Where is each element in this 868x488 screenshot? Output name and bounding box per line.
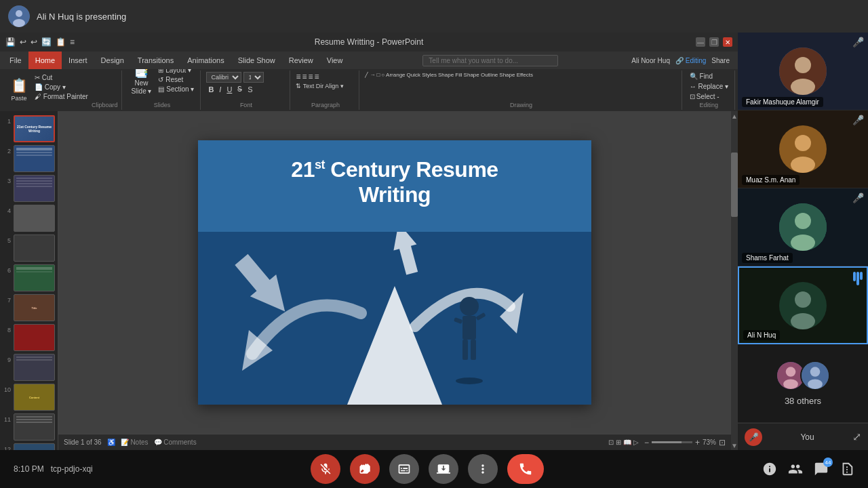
info-button[interactable] bbox=[762, 462, 777, 476]
shape-line[interactable]: ╱ bbox=[365, 72, 368, 78]
shape-rect[interactable]: □ bbox=[376, 72, 380, 78]
slide-4-thumbnail[interactable] bbox=[14, 205, 55, 232]
reset-button[interactable]: ↺ Reset bbox=[156, 75, 196, 84]
slide-2-thumbnail[interactable] bbox=[14, 145, 55, 172]
slide-5-thumbnail[interactable] bbox=[14, 235, 55, 262]
cut-button[interactable]: ✂ Cut bbox=[33, 73, 90, 82]
scroll-up[interactable]: ▲ bbox=[731, 111, 738, 121]
tab-home[interactable]: Home bbox=[28, 52, 62, 69]
mic-button[interactable] bbox=[311, 454, 340, 484]
zoom-out-button[interactable]: − bbox=[644, 438, 649, 447]
slideshow-button[interactable]: ▷ bbox=[633, 439, 639, 446]
search-input[interactable] bbox=[422, 55, 558, 66]
captions-button[interactable] bbox=[389, 454, 419, 484]
tab-design[interactable]: Design bbox=[94, 52, 131, 69]
present-button[interactable] bbox=[429, 454, 458, 484]
slide-11-thumbnail[interactable] bbox=[14, 413, 55, 441]
format-painter-button[interactable]: 🖌 Format Painter bbox=[33, 92, 90, 101]
quick-styles-button[interactable]: Quick Styles bbox=[407, 72, 437, 78]
new-slide-button[interactable]: 📑 NewSlide ▾ bbox=[127, 69, 155, 97]
slide-thumb-8: 8 bbox=[3, 324, 55, 351]
tab-slideshow[interactable]: Slide Show bbox=[231, 52, 282, 69]
notes-button[interactable]: 📝 Notes bbox=[121, 439, 149, 446]
svg-point-1 bbox=[16, 10, 22, 17]
svg-point-26 bbox=[791, 313, 815, 329]
tab-view[interactable]: View bbox=[320, 52, 350, 69]
vertical-scrollbar[interactable]: ▲ ▼ bbox=[731, 111, 738, 450]
italic-button[interactable]: I bbox=[217, 85, 223, 94]
find-button[interactable]: 🔍 Find bbox=[688, 72, 730, 81]
font-family-select[interactable]: Calibri bbox=[206, 72, 241, 83]
tab-transitions[interactable]: Transitions bbox=[131, 52, 180, 69]
slide-6-thumbnail[interactable] bbox=[14, 264, 55, 291]
svg-point-20 bbox=[791, 157, 815, 173]
select-button[interactable]: ⊡ Select - bbox=[688, 92, 730, 101]
tab-animations[interactable]: Animations bbox=[180, 52, 231, 69]
layout-button[interactable]: ⊞ Layout ▾ bbox=[156, 69, 196, 75]
normal-view-button[interactable]: ⊡ bbox=[608, 439, 614, 446]
more-options-button[interactable] bbox=[468, 454, 498, 484]
slide-info: Slide 1 of 36 bbox=[64, 439, 102, 446]
accessibility-icon[interactable]: ♿ bbox=[107, 439, 115, 446]
fit-page-button[interactable]: ⊡ bbox=[719, 438, 726, 447]
slide-7-thumbnail[interactable]: Title bbox=[14, 294, 55, 321]
align-center-button[interactable]: ≡ bbox=[302, 72, 307, 81]
others-tile[interactable]: 38 others bbox=[738, 344, 868, 423]
minimize-button[interactable]: — bbox=[696, 37, 705, 47]
reading-view-button[interactable]: 📖 bbox=[623, 439, 631, 446]
slide-1-thumbnail[interactable]: 21st Century Resume Writing bbox=[14, 115, 55, 142]
font-size-select[interactable]: 18 bbox=[243, 72, 264, 83]
shape-outline-button[interactable]: Shape Outline bbox=[464, 72, 498, 78]
zoom-slider[interactable] bbox=[652, 441, 692, 443]
end-call-button[interactable] bbox=[507, 454, 544, 484]
svg-point-31 bbox=[810, 367, 821, 377]
tab-review[interactable]: Review bbox=[282, 52, 320, 69]
align-left-button[interactable]: ≡ bbox=[296, 72, 300, 81]
activities-button[interactable] bbox=[840, 462, 854, 476]
copy-button[interactable]: 📄 Copy ▾ bbox=[33, 83, 90, 92]
paste-button[interactable]: 📋 Paste bbox=[7, 72, 31, 107]
bold-button[interactable]: B bbox=[206, 85, 216, 94]
text-direction-button[interactable]: ⇅ Text Dir bbox=[296, 83, 323, 89]
slide-3-thumbnail[interactable] bbox=[14, 175, 55, 202]
shape-circle[interactable]: ○ bbox=[381, 72, 384, 78]
section-button[interactable]: ▤ Section ▾ bbox=[156, 85, 196, 94]
slide-thumb-6: 6 bbox=[3, 264, 55, 291]
restore-button[interactable]: ❐ bbox=[709, 37, 719, 47]
camera-button[interactable] bbox=[350, 454, 380, 484]
underline-button[interactable]: U bbox=[224, 85, 234, 94]
tab-insert[interactable]: Insert bbox=[62, 52, 94, 69]
scroll-down[interactable]: ▼ bbox=[731, 441, 738, 450]
chat-badge: 44 bbox=[823, 458, 833, 467]
comments-button[interactable]: 💬 Comments bbox=[154, 439, 197, 446]
share-label[interactable]: Share bbox=[711, 57, 730, 64]
shadow-button[interactable]: S bbox=[245, 85, 254, 94]
slide-sorter-button[interactable]: ⊞ bbox=[616, 439, 621, 446]
slide-thumb-9: 9 bbox=[3, 354, 55, 381]
slide-12-thumbnail[interactable]: Slide bbox=[14, 443, 55, 450]
you-expand-button[interactable]: ⤢ bbox=[852, 430, 861, 443]
replace-button[interactable]: ↔ Replace ▾ bbox=[688, 82, 730, 91]
shape-fill-button[interactable]: Shape Fill bbox=[438, 72, 462, 78]
justify-button[interactable]: ≡ bbox=[314, 72, 319, 81]
scroll-thumb[interactable] bbox=[731, 152, 738, 216]
align-text-button[interactable]: Align ▾ bbox=[325, 83, 344, 89]
share-button[interactable]: 🔗 Editing bbox=[675, 57, 706, 64]
ppt-window-title: Resume Writting - PowerPoint bbox=[315, 37, 424, 47]
shape-arrow[interactable]: → bbox=[370, 72, 375, 78]
close-button[interactable]: ✕ bbox=[723, 37, 732, 47]
slide-9-thumbnail[interactable] bbox=[14, 354, 55, 381]
arrange-button[interactable]: Arrange bbox=[386, 72, 405, 78]
strikethrough-button[interactable]: S̶ bbox=[235, 84, 244, 94]
chat-button[interactable]: 44 bbox=[814, 462, 829, 476]
tab-file[interactable]: File bbox=[3, 52, 28, 69]
align-right-button[interactable]: ≡ bbox=[308, 72, 313, 81]
time-display: 8:10 PM bbox=[14, 464, 44, 474]
zoom-in-button[interactable]: + bbox=[695, 438, 700, 447]
slide-10-thumbnail[interactable]: Content bbox=[14, 384, 55, 411]
people-button[interactable] bbox=[788, 462, 803, 476]
you-mute-button[interactable]: 🎤 bbox=[745, 428, 762, 446]
shape-effects-button[interactable]: Shape Effects bbox=[499, 72, 533, 78]
slide-8-thumbnail[interactable] bbox=[14, 324, 55, 351]
ali-speaking-indicator bbox=[853, 272, 863, 285]
